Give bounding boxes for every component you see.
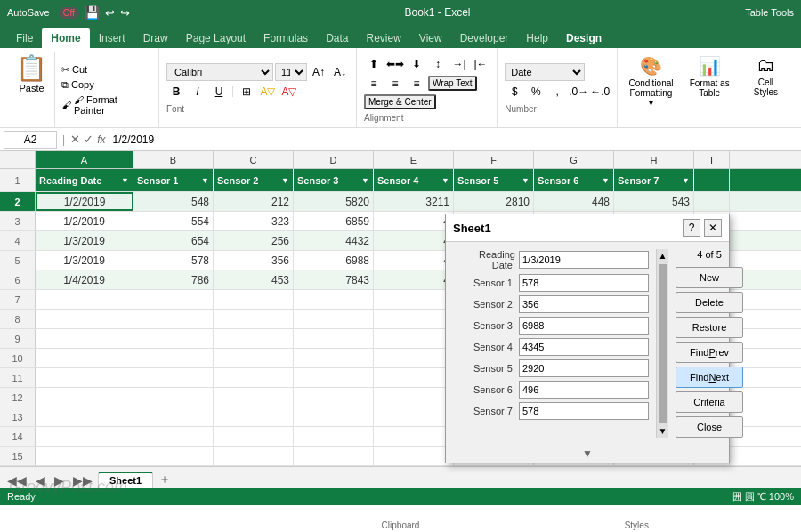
tab-data[interactable]: Data [317,28,357,48]
redo-icon[interactable]: ↪ [120,6,130,20]
dialog-restore-button[interactable]: Restore [676,317,743,338]
cell-10-d[interactable] [294,349,374,367]
col-header-g[interactable]: G [534,151,614,168]
cell-11-d[interactable] [294,368,374,387]
cell-4-c[interactable]: 256 [214,231,294,250]
currency-button[interactable]: $ [505,83,524,101]
cell-3-c[interactable]: 323 [214,212,294,230]
tab-help[interactable]: Help [517,28,557,48]
cell-6-c[interactable]: 453 [214,270,294,289]
cell-8-e[interactable] [374,310,454,328]
row-num-11[interactable]: 11 [0,368,36,387]
sheet-nav-first[interactable]: ◀◀ [4,473,30,488]
cell-6-d[interactable]: 7843 [294,270,374,289]
dialog-scroll-thumb[interactable] [659,264,668,423]
cell-14-b[interactable] [134,427,214,446]
cell-12-e[interactable] [374,388,454,407]
increase-decimal-button[interactable]: .0→ [569,83,588,101]
sheet-tab-sheet1[interactable]: Sheet1 [98,472,153,488]
row-num-14[interactable]: 14 [0,427,36,446]
format-painter-button[interactable]: 🖌 🖌 Format Painter [59,93,153,117]
tab-home[interactable]: Home [42,28,89,48]
font-size-dropdown[interactable]: 11 [275,63,307,81]
cell-5-b[interactable]: 578 [134,251,214,270]
dialog-input-sensor2[interactable] [519,295,649,313]
dialog-new-button[interactable]: New [676,267,743,288]
row-num-8[interactable]: 8 [0,310,36,328]
cell-13-d[interactable] [294,407,374,426]
font-color-button[interactable]: A▽ [279,83,299,101]
tab-draw[interactable]: Draw [134,28,177,48]
cell-11-b[interactable] [134,368,214,387]
cell-7-d[interactable] [294,290,374,309]
decrease-decimal-button[interactable]: ←.0 [590,83,610,101]
row-num-1[interactable]: 1 [0,169,36,191]
add-sheet-button[interactable]: ＋ [155,472,174,488]
cell-4-a[interactable]: 1/3/2019 [36,231,134,250]
cell-13-b[interactable] [134,407,214,426]
cell-15-c[interactable] [214,447,294,465]
cell-15-b[interactable] [134,447,214,465]
row-num-9[interactable]: 9 [0,329,36,348]
dialog-input-sensor1[interactable] [519,274,649,292]
tab-view[interactable]: View [410,28,451,48]
cell-9-e[interactable] [374,329,454,348]
autosave-toggle[interactable]: Off [59,7,79,19]
cell-11-c[interactable] [214,368,294,387]
dialog-question-button[interactable]: ? [683,219,700,237]
indent-increase-button[interactable]: →| [449,55,469,73]
col-header-h[interactable]: H [614,151,694,168]
tab-review[interactable]: Review [357,28,409,48]
formula-cancel-icon[interactable]: ✕ [70,133,80,146]
dialog-find-prev-button[interactable]: Find Prev [676,342,743,363]
cell-3-b[interactable]: 554 [134,212,214,230]
cell-3-e[interactable]: 4 [374,212,454,230]
dialog-input-sensor4[interactable] [519,338,649,356]
cell-12-a[interactable] [36,388,134,407]
cell-5-e[interactable]: 4 [374,251,454,270]
align-center-button[interactable]: ≡ [385,75,405,93]
bold-button[interactable]: B [166,83,186,101]
cell-14-d[interactable] [294,427,374,446]
row-num-4[interactable]: 4 [0,231,36,250]
cell-2-h[interactable]: 543 [614,192,694,211]
save-icon[interactable]: 💾 [85,5,100,20]
dialog-close-button[interactable]: ✕ [704,219,722,237]
cell-7-e[interactable] [374,290,454,309]
cell-9-a[interactable] [36,329,134,348]
dialog-scroll-indicator[interactable]: ▼ [446,445,729,463]
paste-button[interactable]: 📋 Paste [9,52,55,127]
cell-4-d[interactable]: 4432 [294,231,374,250]
cell-15-d[interactable] [294,447,374,465]
cell-3-d[interactable]: 6859 [294,212,374,230]
cell-13-a[interactable] [36,407,134,426]
formula-confirm-icon[interactable]: ✓ [84,133,93,146]
cell-14-c[interactable] [214,427,294,446]
font-face-dropdown[interactable]: Calibri [166,63,273,81]
tab-developer[interactable]: Developer [451,28,518,48]
decrease-font-button[interactable]: A↓ [330,63,350,81]
align-top-button[interactable]: ⬆ [364,55,384,73]
formula-input[interactable] [109,133,797,146]
increase-font-button[interactable]: A↑ [309,63,328,81]
col-header-c[interactable]: C [214,151,294,168]
align-left-button[interactable]: ≡ [364,75,384,93]
cell-4-e[interactable]: 4 [374,231,454,250]
cell-2-d[interactable]: 5820 [294,192,374,211]
header-cell-sensor4[interactable]: Sensor 4 ▼ [374,169,454,191]
row-num-12[interactable]: 12 [0,388,36,407]
cell-2-f[interactable]: 2810 [454,192,534,211]
dialog-find-next-button[interactable]: Find Next [676,367,743,388]
row-num-6[interactable]: 6 [0,270,36,289]
cell-12-d[interactable] [294,388,374,407]
cell-5-c[interactable]: 356 [214,251,294,270]
dialog-input-sensor5[interactable] [519,359,649,377]
cell-15-e[interactable] [374,447,454,465]
cell-13-e[interactable] [374,407,454,426]
tab-formulas[interactable]: Formulas [255,28,317,48]
cell-8-c[interactable] [214,310,294,328]
row-num-7[interactable]: 7 [0,290,36,309]
cell-9-b[interactable] [134,329,214,348]
cell-styles-button[interactable]: 🗂 Cell Styles [741,52,790,101]
copy-button[interactable]: ⧉ Copy [59,78,153,92]
